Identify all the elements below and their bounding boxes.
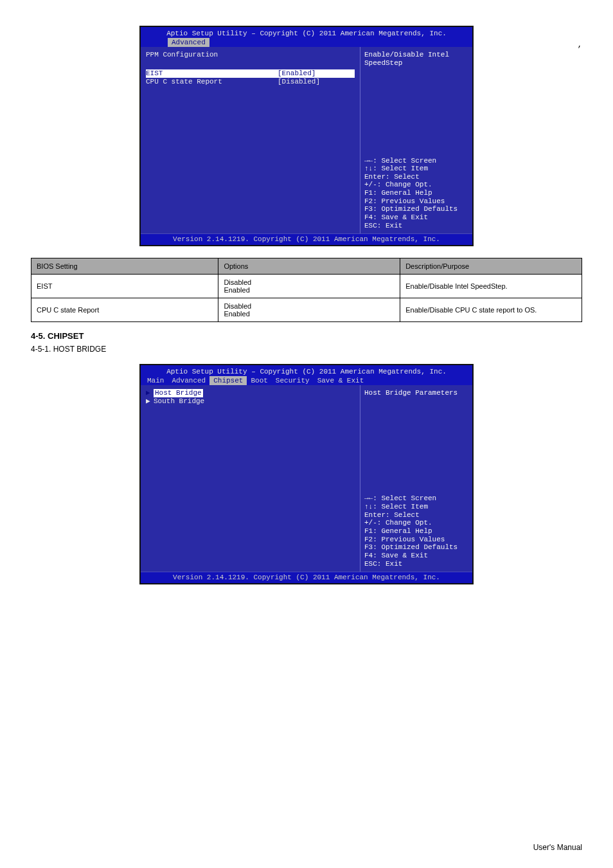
key-enter: Enter: Select [364, 511, 468, 520]
key-enter: Enter: Select [364, 173, 468, 181]
page-footer-right: User's Manual [533, 843, 582, 852]
key-select-screen: →←: Select Screen [364, 157, 468, 165]
options-table: BIOS Setting Options Description/Purpose… [31, 258, 582, 322]
cell-desc: Enable/Disable CPU C state report to OS. [400, 298, 582, 321]
bios-left-pane: ▶Host Bridge ▶South Bridge [141, 385, 360, 572]
bios-header: Aptio Setup Utility – Copyright (C) 2011… [141, 365, 472, 385]
tab-boot[interactable]: Boot [247, 376, 271, 386]
help-keys: →←: Select Screen ↑↓: Select Item Enter:… [364, 157, 468, 230]
table-row: EIST Disabled Enabled Enable/Disable Int… [31, 274, 582, 298]
tab-bar: Advanced [141, 38, 472, 48]
option-value: [Enabled] [278, 69, 355, 78]
key-select-item: ↑↓: Select Item [364, 503, 468, 511]
option-label: CPU C state Report [146, 78, 278, 86]
key-esc: ESC: Exit [364, 560, 468, 568]
section-heading-chipset: 4-5. CHIPSET [31, 331, 613, 341]
section-subheading-hostbridge: 4-5-1. HOST BRIDGE [31, 345, 613, 354]
col-bios-setting: BIOS Setting [31, 258, 218, 274]
help-text: Enable/Disable Intel SpeedStep [364, 51, 468, 128]
option-label: EIST [146, 69, 278, 78]
help-text: Host Bridge Parameters [364, 389, 468, 466]
cell-setting: CPU C state Report [31, 298, 218, 321]
key-f3: F3: Optimized Defaults [364, 205, 468, 213]
option-value: [Disabled] [278, 78, 355, 86]
key-select-screen: →←: Select Screen [364, 494, 468, 503]
tab-bar: Main Advanced Chipset Boot Security Save… [141, 376, 472, 386]
key-f1: F1: General Help [364, 189, 468, 197]
col-description: Description/Purpose [400, 258, 582, 274]
tab-chipset[interactable]: Chipset [209, 376, 247, 386]
bios-screen-ppm: Aptio Setup Utility – Copyright (C) 2011… [139, 26, 474, 246]
key-f2: F2: Previous Values [364, 536, 468, 544]
key-f3: F3: Optimized Defaults [364, 543, 468, 552]
submenu-south-bridge[interactable]: ▶South Bridge [146, 397, 355, 406]
col-options: Options [218, 258, 400, 274]
key-select-item: ↑↓: Select Item [364, 165, 468, 173]
page-marker-top: , [578, 41, 582, 50]
key-esc: ESC: Exit [364, 222, 468, 230]
bios-screen-chipset: Aptio Setup Utility – Copyright (C) 2011… [139, 364, 474, 584]
tab-save-exit[interactable]: Save & Exit [314, 376, 368, 386]
bios-footer: Version 2.14.1219. Copyright (C) 2011 Am… [141, 233, 472, 245]
bios-title: Aptio Setup Utility – Copyright (C) 2011… [141, 366, 472, 376]
table-row: CPU C state Report Disabled Enabled Enab… [31, 298, 582, 321]
cell-options: Disabled Enabled [218, 298, 400, 321]
tab-advanced[interactable]: Advanced [168, 38, 209, 48]
bios-header: Aptio Setup Utility – Copyright (C) 2011… [141, 27, 472, 47]
table-header-row: BIOS Setting Options Description/Purpose [31, 258, 582, 274]
key-f2: F2: Previous Values [364, 197, 468, 206]
cell-desc: Enable/Disable Intel SpeedStep. [400, 274, 582, 298]
key-change-opt: +/-: Change Opt. [364, 519, 468, 527]
bios-footer: Version 2.14.1219. Copyright (C) 2011 Am… [141, 572, 472, 583]
key-change-opt: +/-: Change Opt. [364, 181, 468, 189]
bios-help-pane: Host Bridge Parameters →←: Select Screen… [360, 385, 472, 572]
key-f4: F4: Save & Exit [364, 552, 468, 560]
cell-options: Disabled Enabled [218, 274, 400, 298]
key-f1: F1: General Help [364, 527, 468, 536]
submenu-host-bridge[interactable]: ▶Host Bridge [146, 389, 355, 397]
key-f4: F4: Save & Exit [364, 213, 468, 222]
bios-help-pane: Enable/Disable Intel SpeedStep →←: Selec… [360, 47, 472, 233]
submenu-label: Host Bridge [154, 389, 203, 397]
tab-security[interactable]: Security [272, 376, 314, 386]
bios-left-pane: PPM Configuration EIST [Enabled] CPU C s… [141, 47, 360, 233]
triangle-icon: ▶ [146, 397, 151, 406]
tab-advanced[interactable]: Advanced [168, 376, 209, 386]
submenu-label: South Bridge [154, 397, 204, 405]
option-row-eist[interactable]: EIST [Enabled] [146, 69, 355, 78]
tab-main[interactable]: Main [143, 376, 168, 386]
section-title-ppm: PPM Configuration [146, 51, 355, 59]
bios-title: Aptio Setup Utility – Copyright (C) 2011… [141, 28, 472, 38]
triangle-icon: ▶ [146, 389, 151, 397]
help-keys: →←: Select Screen ↑↓: Select Item Enter:… [364, 494, 468, 568]
option-row-cstate[interactable]: CPU C state Report [Disabled] [146, 78, 355, 86]
cell-setting: EIST [31, 274, 218, 298]
